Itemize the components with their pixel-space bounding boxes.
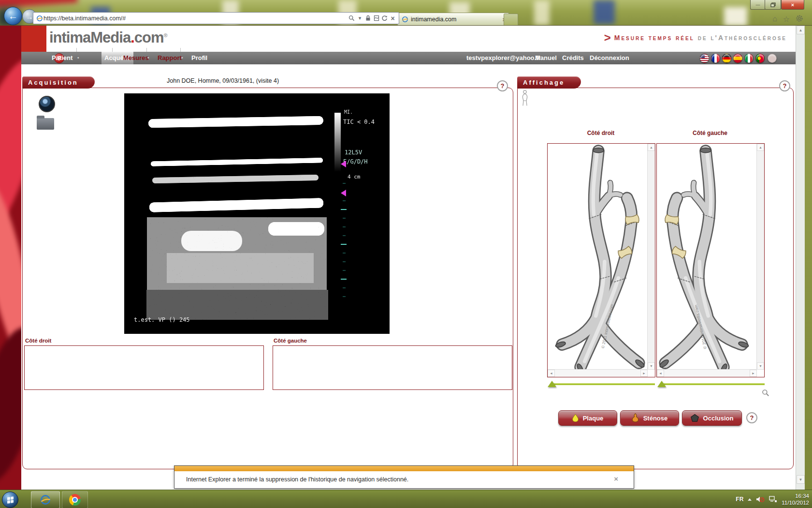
- folder-icon[interactable]: [37, 118, 54, 130]
- slider-track[interactable]: [552, 383, 655, 385]
- diagram-box-left[interactable]: © 2011 intimaMedia.com ▲ ▼ ◄ ►: [656, 143, 765, 377]
- window-minimize-button[interactable]: —: [750, 0, 766, 10]
- volume-muted-icon[interactable]: [756, 495, 765, 503]
- zoom-slider-left[interactable]: [657, 380, 765, 388]
- scroll-up-icon[interactable]: ▲: [757, 144, 764, 151]
- nav-item-deconnexion[interactable]: Déconnexion: [590, 52, 629, 64]
- slider-handle[interactable]: [657, 381, 666, 387]
- person-icon[interactable]: [521, 90, 529, 108]
- url-text[interactable]: https://beta.intimamedia.com/#: [44, 15, 348, 22]
- taskbar-chrome-button[interactable]: [62, 491, 88, 508]
- diagram-vscrollbar[interactable]: ▲ ▼: [647, 144, 655, 370]
- search-icon[interactable]: [348, 14, 356, 22]
- back-arrow-icon: ←: [8, 11, 18, 22]
- nav-item-mesures[interactable]: Mesures: [123, 52, 149, 64]
- nav-separator: •: [181, 52, 183, 64]
- favorites-star-icon[interactable]: ☆: [783, 15, 790, 24]
- home-icon[interactable]: ⌂: [772, 15, 777, 23]
- nav-item-credits[interactable]: Crédits: [562, 52, 584, 64]
- clock[interactable]: 16:34 11/10/2012: [782, 493, 809, 506]
- magnifier-icon[interactable]: [762, 389, 769, 399]
- fr-flag-icon[interactable]: [711, 54, 720, 63]
- diagram-hscrollbar[interactable]: ◄ ►: [548, 369, 648, 377]
- ie-notification: Internet Explorer a terminé la suppressi…: [174, 465, 634, 489]
- browser-tab[interactable]: intimamedia.com ×: [397, 13, 509, 26]
- affichage-help-icon[interactable]: ?: [779, 80, 790, 91]
- scroll-left-icon[interactable]: ◄: [657, 370, 664, 377]
- us-flag-icon[interactable]: [700, 54, 709, 63]
- nav-tick: [112, 48, 113, 52]
- diagram-box-right[interactable]: © 2011 intimaMedia.com ▲ ▼ ◄ ►: [547, 143, 655, 377]
- tray-expand-icon[interactable]: [748, 498, 752, 501]
- main-navigation: ? Patient • Acquérir • Mesures • Rapport…: [21, 52, 796, 64]
- affichage-panel-tab: Affichage: [517, 76, 581, 89]
- nav-item-profil[interactable]: Profil: [191, 52, 207, 64]
- start-button[interactable]: [2, 492, 18, 508]
- affichage-title: Affichage: [523, 79, 565, 86]
- stop-icon[interactable]: ×: [389, 14, 397, 22]
- browser-scrollbar[interactable]: ▲ ▼: [796, 25, 805, 490]
- scroll-up-icon[interactable]: ▲: [797, 26, 805, 34]
- us-probe-label: 12L5V: [345, 149, 362, 156]
- window-restore-button[interactable]: [765, 0, 781, 10]
- language-indicator[interactable]: FR: [736, 496, 743, 503]
- nav-item-manuel[interactable]: Manuel: [535, 52, 557, 64]
- us-mi-label: MI.: [344, 109, 353, 115]
- nav-separator: •: [147, 52, 149, 64]
- nav-item-rapport[interactable]: Rapport: [158, 52, 182, 64]
- refresh-icon[interactable]: [380, 14, 389, 22]
- browser-back-button[interactable]: ←: [4, 7, 22, 25]
- nav-tick: [180, 48, 181, 52]
- zoom-slider-right[interactable]: [548, 380, 655, 388]
- close-icon: ×: [791, 2, 794, 8]
- windows-flag-icon: [7, 496, 14, 504]
- slider-handle[interactable]: [548, 381, 556, 387]
- pt-flag-icon[interactable]: [755, 54, 765, 63]
- window-close-button[interactable]: ×: [781, 0, 804, 10]
- extra-flag-icon[interactable]: [768, 54, 777, 63]
- scroll-down-icon[interactable]: ▼: [797, 475, 805, 484]
- diagram-hscrollbar[interactable]: ◄ ►: [657, 369, 757, 377]
- us-footer-label: t.est. VP () 245: [134, 316, 190, 323]
- slider-track[interactable]: [662, 383, 765, 385]
- scroll-down-icon[interactable]: ▼: [757, 362, 764, 370]
- address-bar[interactable]: https://beta.intimamedia.com/# ▾ ×: [33, 12, 399, 24]
- minimize-icon: —: [756, 2, 760, 7]
- scroll-right-icon[interactable]: ►: [750, 370, 757, 377]
- acquisition-right-side-box[interactable]: [24, 345, 264, 390]
- ultrasound-image[interactable]: MI. TIC < 0.4 12L5V E/G/D/H 4 cm t.est. …: [124, 93, 390, 334]
- plaque-button[interactable]: Plaque: [558, 410, 617, 426]
- scroll-left-icon[interactable]: ◄: [548, 370, 555, 377]
- nav-separator: •: [113, 52, 115, 64]
- network-icon[interactable]: [769, 496, 777, 503]
- diagram-vscrollbar[interactable]: ▲ ▼: [756, 144, 764, 370]
- occlusion-icon: [691, 414, 699, 422]
- notification-close-icon[interactable]: ×: [614, 475, 618, 483]
- camera-icon[interactable]: [39, 96, 55, 112]
- acquisition-left-side-box[interactable]: [273, 345, 512, 390]
- account-email[interactable]: testvpexplorer@yahoo.fr: [466, 52, 541, 64]
- scroll-down-icon[interactable]: ▼: [648, 362, 655, 370]
- acquisition-help-icon[interactable]: ?: [497, 80, 508, 91]
- taskbar-ie-button[interactable]: [31, 491, 60, 508]
- wallpaper-shape: [534, 0, 550, 25]
- de-flag-icon[interactable]: [722, 54, 731, 63]
- scroll-right-icon[interactable]: ►: [640, 370, 648, 377]
- carotid-diagram-left[interactable]: © 2011 intimaMedia.com: [657, 144, 757, 370]
- nav-tick: [146, 48, 147, 52]
- site-logo[interactable]: intimaMedia.com®: [49, 29, 167, 46]
- new-tab-button[interactable]: [504, 14, 518, 26]
- occlusion-button[interactable]: Occlusion: [682, 410, 742, 426]
- es-flag-icon[interactable]: [733, 54, 742, 63]
- carotid-diagram-right[interactable]: © 2011 intimaMedia.com: [548, 144, 648, 370]
- search-caret-icon[interactable]: ▾: [356, 14, 364, 22]
- stenose-button[interactable]: Sténose: [620, 410, 679, 426]
- legend-help-icon[interactable]: ?: [746, 412, 757, 423]
- tab-title: intimamedia.com: [411, 16, 502, 23]
- it-flag-icon[interactable]: [744, 54, 754, 63]
- nav-item-patient[interactable]: Patient: [52, 52, 72, 64]
- compatibility-view-icon[interactable]: [372, 14, 380, 22]
- settings-gear-icon[interactable]: [796, 15, 803, 24]
- scroll-up-icon[interactable]: ▲: [648, 144, 655, 151]
- notification-amber-bar: [174, 466, 634, 471]
